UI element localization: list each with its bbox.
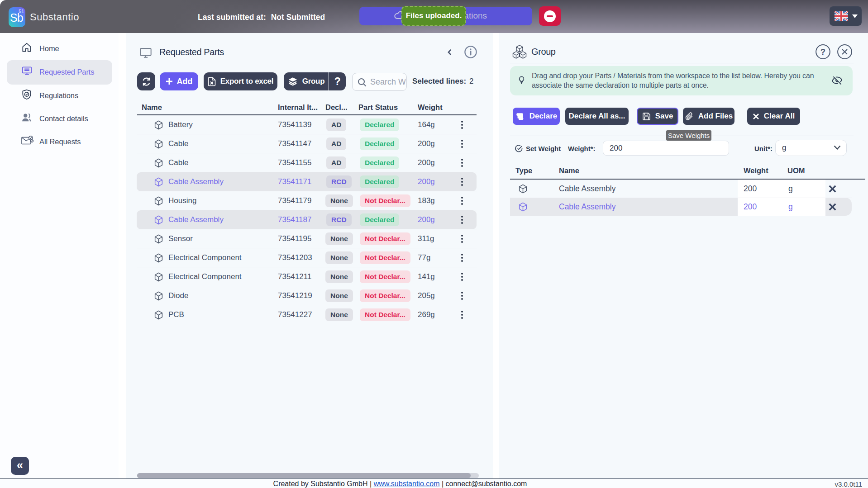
- svg-text:?: ?: [820, 47, 825, 57]
